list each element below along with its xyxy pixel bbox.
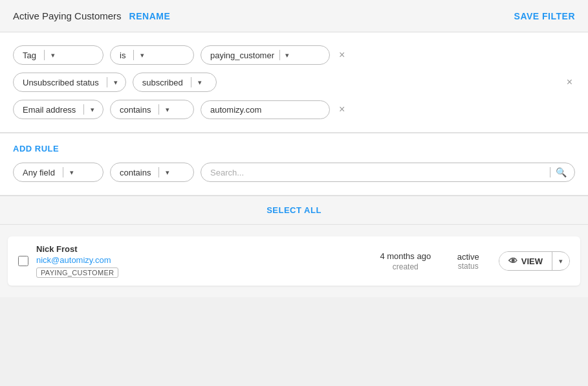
field-label-1: Tag: [23, 51, 36, 60]
search-pill: 🔍: [201, 163, 575, 182]
filter-rules-section: Tag ▾ is ▾ paying_customer ▾ × Unsubscri…: [0, 32, 588, 133]
condition-label-1: is: [120, 51, 125, 60]
dropdown-arrow-icon: ▾: [198, 78, 202, 87]
select-all-button[interactable]: SELECT ALL: [267, 205, 321, 215]
eye-icon: 👁: [508, 256, 517, 266]
divider: [133, 50, 134, 60]
add-rule-condition-label: contains: [120, 168, 151, 177]
view-dropdown-button[interactable]: ▾: [552, 253, 569, 269]
divider: [279, 50, 280, 60]
field-select-2[interactable]: Unsubscribed status ▾: [13, 73, 126, 92]
dropdown-arrow-icon: ▾: [51, 51, 55, 60]
search-icon: 🔍: [556, 167, 567, 177]
divider: [191, 77, 191, 87]
dropdown-arrow-icon: ▾: [140, 51, 144, 60]
search-input[interactable]: [210, 168, 545, 177]
header-left: Active Paying Customers RENAME: [13, 10, 170, 21]
filter-name: Active Paying Customers: [13, 10, 122, 21]
filter-row-2: Unsubscribed status ▾ subscribed ▾ ×: [13, 73, 575, 92]
customer-list-section: Nick Frost nick@automizy.com PAYING_CUST…: [0, 225, 588, 297]
add-rule-field-select[interactable]: Any field ▾: [13, 163, 103, 182]
dropdown-arrow-icon: ▾: [285, 51, 321, 60]
dropdown-arrow-icon: ▾: [166, 168, 169, 177]
dropdown-arrow-icon: ▾: [166, 106, 169, 114]
filter-row-3: Email address ▾ contains ▾ automizy.com …: [13, 100, 575, 119]
filter-row-1: Tag ▾ is ▾ paying_customer ▾ ×: [13, 45, 575, 65]
customer-time-ago: 4 months ago: [380, 251, 431, 261]
table-row: Nick Frost nick@automizy.com PAYING_CUST…: [8, 236, 580, 286]
customer-status-value: active: [457, 252, 479, 262]
field-label-2: Unsubscribed status: [23, 78, 99, 87]
value-label-1: paying_customer: [210, 51, 274, 60]
dropdown-arrow-icon: ▾: [70, 168, 74, 177]
divider: [158, 104, 159, 115]
header-section: Active Paying Customers RENAME SAVE FILT…: [0, 0, 588, 32]
select-all-section: SELECT ALL: [0, 196, 588, 225]
rename-button[interactable]: RENAME: [129, 11, 171, 21]
remove-rule-1-button[interactable]: ×: [336, 50, 347, 60]
dropdown-arrow-icon: ▾: [114, 78, 118, 87]
view-button-group: 👁 VIEW ▾: [499, 251, 570, 271]
value-pill-3: automizy.com: [201, 100, 330, 119]
divider: [44, 50, 45, 60]
divider: [83, 104, 84, 115]
view-button-label: VIEW: [521, 256, 543, 266]
field-select-3[interactable]: Email address ▾: [13, 100, 103, 119]
customer-meta: 4 months ago created: [373, 251, 438, 271]
customer-info: Nick Frost nick@automizy.com PAYING_CUST…: [36, 244, 365, 278]
customer-tag: PAYING_CUSTOMER: [36, 267, 118, 278]
condition-label-3: contains: [120, 105, 151, 115]
add-rule-field-label: Any field: [23, 168, 55, 177]
dropdown-arrow-icon: ▾: [91, 106, 94, 114]
remove-rule-2-button[interactable]: ×: [564, 77, 575, 87]
divider: [63, 167, 63, 177]
value-pill-1: paying_customer ▾: [201, 45, 330, 65]
add-rule-section: ADD RULE Any field ▾ contains ▾ 🔍: [0, 133, 588, 196]
condition-label-2: subscribed: [142, 78, 183, 87]
divider: [158, 167, 159, 177]
main-container: Active Paying Customers RENAME SAVE FILT…: [0, 0, 588, 297]
customer-time-label: created: [393, 262, 419, 271]
customer-status: active status: [446, 252, 491, 271]
view-button[interactable]: 👁 VIEW: [499, 252, 552, 270]
add-rule-row: Any field ▾ contains ▾ 🔍: [13, 163, 575, 182]
field-select-1[interactable]: Tag ▾: [13, 45, 103, 65]
customer-status-label: status: [458, 262, 479, 271]
customer-name: Nick Frost: [36, 244, 365, 254]
divider: [107, 77, 107, 87]
value-label-3: automizy.com: [210, 105, 321, 115]
condition-select-3[interactable]: contains ▾: [110, 100, 194, 119]
condition-select-1[interactable]: is ▾: [110, 45, 194, 65]
divider: [550, 167, 550, 177]
add-rule-condition-select[interactable]: contains ▾: [110, 163, 194, 182]
customer-email: nick@automizy.com: [36, 255, 365, 265]
field-label-3: Email address: [23, 105, 76, 115]
customer-checkbox[interactable]: [18, 256, 28, 266]
remove-rule-3-button[interactable]: ×: [336, 104, 347, 115]
save-filter-button[interactable]: SAVE FILTER: [514, 11, 575, 21]
add-rule-label: ADD RULE: [13, 144, 575, 153]
condition-select-2[interactable]: subscribed ▾: [133, 73, 217, 92]
